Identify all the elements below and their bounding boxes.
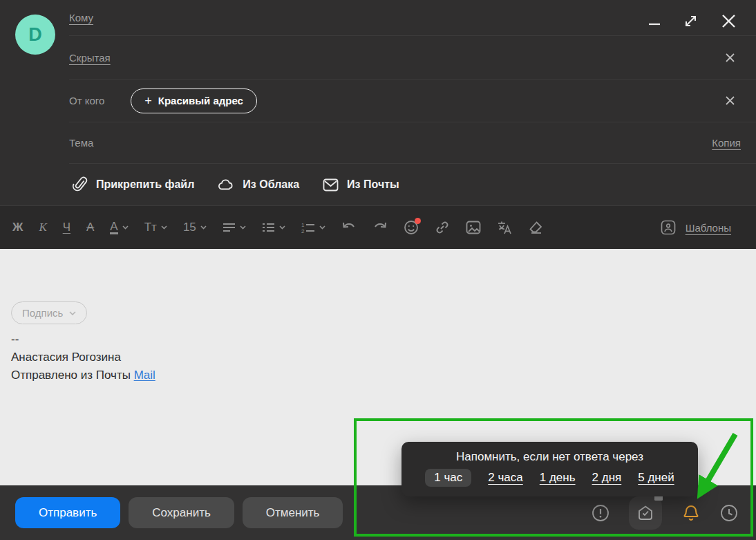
undo-icon xyxy=(341,221,357,234)
person-card-icon xyxy=(661,220,676,235)
chevron-down-icon xyxy=(122,225,129,230)
from-remove-button[interactable] xyxy=(725,95,735,106)
italic-button[interactable]: К xyxy=(39,221,46,234)
cancel-button[interactable]: Отменить xyxy=(243,497,343,528)
compose-window: D Кому Скрытая xyxy=(0,0,756,540)
bcc-field-row[interactable]: Скрытая xyxy=(69,36,756,80)
minimize-icon xyxy=(647,13,662,28)
reminder-option-1h[interactable]: 1 час xyxy=(425,469,471,487)
align-left-icon xyxy=(223,223,236,232)
subject-placeholder: Тема xyxy=(69,137,93,149)
avatar: D xyxy=(15,15,55,55)
reminder-options: 1 час 2 часа 1 день 2 дня 5 дней xyxy=(401,469,698,487)
beautiful-address-label: Красивый адрес xyxy=(158,95,243,106)
font-family-button[interactable]: Тт xyxy=(144,221,167,234)
chevron-down-icon xyxy=(319,225,325,230)
cc-link[interactable]: Копия xyxy=(712,137,741,149)
image-button[interactable] xyxy=(466,221,481,234)
bcc-remove-button[interactable] xyxy=(725,53,735,63)
reminder-bell-button[interactable] xyxy=(681,503,701,523)
chevron-down-icon xyxy=(279,225,285,230)
svg-text:1: 1 xyxy=(301,222,305,228)
footer-icons xyxy=(592,496,738,530)
formatting-toolbar: Ж К Ч А А Тт 15 xyxy=(0,205,756,249)
emoji-button[interactable] xyxy=(404,220,419,235)
redo-button[interactable] xyxy=(372,221,388,234)
from-label: От кого xyxy=(69,95,104,106)
bullet-list-button[interactable] xyxy=(262,223,285,232)
contacts-templates-icon[interactable] xyxy=(661,220,676,235)
save-button[interactable]: Сохранить xyxy=(129,497,234,528)
text-color-button[interactable]: А xyxy=(110,221,128,235)
link-icon xyxy=(435,220,450,235)
info-button[interactable] xyxy=(592,504,609,522)
close-icon xyxy=(725,53,735,63)
signature-sent-line: Отправлено из Почты Mail xyxy=(11,366,155,384)
expand-button[interactable] xyxy=(683,13,699,29)
from-field-row: От кого + Красивый адрес xyxy=(69,80,756,122)
from-mail-button[interactable]: Из Почты xyxy=(323,178,399,192)
numbered-list-button[interactable]: 1 2 xyxy=(301,222,325,233)
reminder-tooltip: Напомнить, если нет ответа через 1 час 2… xyxy=(401,442,698,496)
align-button[interactable] xyxy=(223,223,246,232)
attach-file-label: Прикрепить файл xyxy=(96,178,194,191)
signature-name: Анастасия Рогозина xyxy=(11,348,155,366)
clear-formatting-button[interactable] xyxy=(528,221,543,234)
attachment-bar: Прикрепить файл Из Облака Из Почты xyxy=(0,164,756,205)
attach-file-button[interactable]: Прикрепить файл xyxy=(73,176,194,193)
templates-link[interactable]: Шаблоны xyxy=(686,222,731,234)
bell-icon xyxy=(681,503,701,523)
chevron-down-icon xyxy=(69,311,76,315)
redo-icon xyxy=(372,221,388,234)
undo-button[interactable] xyxy=(341,221,357,234)
seal-check-icon xyxy=(636,504,654,522)
signature-dropdown-label: Подпись xyxy=(22,307,63,319)
toolbar-right: Шаблоны xyxy=(661,220,731,235)
eraser-icon xyxy=(528,221,543,234)
font-family-glyph: Тт xyxy=(144,221,157,234)
cloud-icon xyxy=(218,178,234,192)
expand-icon xyxy=(683,13,699,29)
image-icon xyxy=(466,221,481,234)
bullet-list-icon xyxy=(262,223,275,232)
reminder-option-1d[interactable]: 1 день xyxy=(540,471,576,485)
header-fields: Кому Скрытая От кого + Красивый адрес xyxy=(0,0,756,164)
chevron-down-icon xyxy=(161,225,167,230)
bcc-label[interactable]: Скрытая xyxy=(69,52,111,64)
minimize-button[interactable] xyxy=(647,13,662,28)
close-button[interactable] xyxy=(719,12,738,30)
send-button[interactable]: Отправить xyxy=(15,497,120,528)
translate-button[interactable] xyxy=(497,221,512,234)
svg-text:2: 2 xyxy=(301,228,305,233)
font-size-button[interactable]: 15 xyxy=(183,221,207,234)
to-label[interactable]: Кому xyxy=(69,12,93,24)
close-icon xyxy=(725,95,735,106)
text-color-glyph: А xyxy=(110,221,117,235)
chevron-down-icon xyxy=(240,225,246,230)
signature-dashes: -- xyxy=(11,330,155,348)
underline-button[interactable]: Ч xyxy=(63,221,70,234)
reminder-tooltip-title: Напомнить, если нет ответа через xyxy=(401,450,698,464)
from-cloud-label: Из Облака xyxy=(243,178,299,191)
from-mail-label: Из Почты xyxy=(347,178,399,191)
signature-text: -- Анастасия Рогозина Отправлено из Почт… xyxy=(11,330,155,384)
envelope-icon xyxy=(323,178,339,192)
reminder-option-2h[interactable]: 2 часа xyxy=(488,471,522,485)
bold-button[interactable]: Ж xyxy=(12,221,23,234)
link-button[interactable] xyxy=(435,220,450,235)
from-cloud-button[interactable]: Из Облака xyxy=(218,178,299,192)
strikethrough-button[interactable]: А xyxy=(86,221,94,234)
subject-field-row[interactable]: Тема Копия xyxy=(69,122,756,164)
info-icon xyxy=(592,504,609,522)
plus-icon: + xyxy=(144,95,152,107)
signature-dropdown[interactable]: Подпись xyxy=(11,301,87,324)
reminder-option-5d[interactable]: 5 дней xyxy=(638,471,674,485)
close-icon xyxy=(719,12,738,30)
mail-link[interactable]: Mail xyxy=(134,369,155,382)
reminder-option-2d[interactable]: 2 дня xyxy=(592,471,622,485)
postcard-schedule-button[interactable] xyxy=(629,496,662,530)
beautiful-address-button[interactable]: + Красивый адрес xyxy=(131,89,257,113)
window-controls xyxy=(647,6,738,36)
schedule-send-button[interactable] xyxy=(720,504,738,522)
paperclip-icon xyxy=(73,176,88,193)
